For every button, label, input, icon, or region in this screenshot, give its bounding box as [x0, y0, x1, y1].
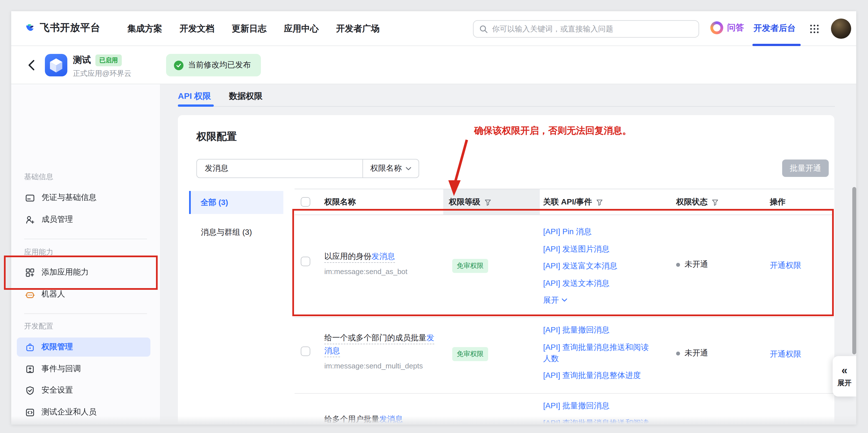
developer-console-link[interactable]: 开发者后台: [753, 23, 796, 34]
logo-text: 飞书开放平台: [40, 21, 100, 34]
nav-item-dev-plaza[interactable]: 开发者广场: [336, 23, 379, 34]
row-checkbox[interactable]: [301, 257, 310, 266]
open-permission-link[interactable]: 开通权限: [770, 349, 801, 359]
vertical-scrollbar-thumb[interactable]: [852, 187, 856, 354]
permission-search-input[interactable]: [197, 160, 363, 177]
filter-all[interactable]: 全部 (3): [189, 191, 283, 214]
open-permission-link[interactable]: 开通权限: [770, 261, 801, 271]
permission-name-link[interactable]: 给多个用户批量发消息: [324, 414, 403, 425]
row-divider: [294, 317, 834, 318]
tab-api-permissions[interactable]: API 权限: [178, 91, 211, 102]
col-header-action: 操作: [770, 197, 785, 207]
bulk-open-button[interactable]: 批量开通: [782, 160, 829, 177]
expand-api-list-link[interactable]: 展开: [543, 294, 655, 306]
api-link[interactable]: [API] 查询批量消息推送和阅读人数: [543, 417, 655, 425]
sidebar-item-add-ability[interactable]: 添加应用能力: [17, 263, 150, 282]
status-cell: 未开通: [676, 259, 708, 269]
sidebar-group-app-ability: 应用能力: [24, 247, 53, 257]
filter-funnel-icon[interactable]: [484, 199, 492, 206]
expand-panel-label: 展开: [837, 378, 851, 388]
screen: 飞书开放平台 集成方案 开发文档 更新日志 应用中心 开发者广场 问答 开发者: [0, 0, 868, 433]
sidebar-item-events[interactable]: 事件与回调: [17, 359, 150, 378]
nav-item-docs[interactable]: 开发文档: [180, 23, 214, 34]
sidebar-item-bot[interactable]: 机器人: [17, 285, 150, 304]
api-list: [API] 批量撤回消息 [API] 查询批量消息推送和阅读人数: [543, 400, 655, 425]
back-icon[interactable]: [27, 58, 37, 72]
api-link[interactable]: [API] 批量撤回消息: [543, 400, 655, 411]
expand-panel-button[interactable]: « 展开: [833, 356, 856, 397]
permission-code: im:message:send_multi_depts: [324, 362, 439, 370]
app-name: 测试: [73, 55, 91, 66]
row-checkbox[interactable]: [301, 347, 310, 356]
search-filter-dropdown[interactable]: 权限名称: [363, 160, 418, 177]
nav-item-solutions[interactable]: 集成方案: [127, 23, 162, 34]
user-avatar[interactable]: [831, 19, 851, 39]
enabled-badge: 已启用: [95, 55, 122, 66]
status-text: 未开通: [684, 259, 708, 269]
chevron-down-icon: [406, 167, 411, 170]
nav-item-app-center[interactable]: 应用中心: [284, 23, 319, 34]
level-badge: 免审权限: [452, 259, 488, 273]
feishu-logo-icon: [25, 23, 35, 32]
cube-icon: [45, 54, 67, 76]
app-icon: [45, 54, 67, 76]
sidebar-item-label: 测试企业和人员: [41, 407, 96, 417]
sidebar-item-security[interactable]: 安全设置: [17, 381, 150, 400]
browser-page: 飞书开放平台 集成方案 开发文档 更新日志 应用中心 开发者广场 问答 开发者: [11, 11, 856, 425]
permission-name-cell: 给多个用户批量发消息: [324, 413, 439, 425]
api-link[interactable]: [API] 批量撤回消息: [543, 324, 655, 335]
select-all-checkbox[interactable]: [301, 197, 310, 207]
event-callback-icon: [25, 364, 35, 374]
api-list: [API] 批量撤回消息 [API] 查询批量消息推送和阅读人数 [API] 查…: [543, 324, 655, 381]
app-header: 测试 已启用 正式应用@环界云 当前修改均已发布: [11, 46, 856, 84]
permission-config-card: 权限配置 权限名称 批量开通 全部 (3) 消息与群组 (3): [178, 115, 834, 425]
active-tab-indicator: [752, 44, 801, 46]
nav-item-changelog[interactable]: 更新日志: [232, 23, 267, 34]
publish-status-text: 当前修改均已发布: [188, 60, 251, 70]
app-subtitle: 正式应用@环界云: [73, 68, 131, 79]
search-input[interactable]: [492, 25, 693, 33]
app-ability-icon: [25, 268, 35, 277]
tab-bottom-border: [178, 106, 835, 107]
qa-link[interactable]: 问答: [710, 21, 744, 34]
sidebar: 基础信息 凭证与基础信息 成员管理 应用能力: [11, 84, 160, 425]
filter-message-group[interactable]: 消息与群组 (3): [189, 221, 283, 244]
sidebar-item-members[interactable]: 成员管理: [17, 210, 150, 229]
filter-funnel-icon[interactable]: [596, 199, 603, 206]
feishu-logo[interactable]: 飞书开放平台: [25, 21, 100, 34]
sidebar-item-test-enterprise[interactable]: 测试企业和人员: [17, 403, 150, 422]
tab-data-permissions[interactable]: 数据权限: [229, 91, 262, 102]
filter-funnel-icon[interactable]: [711, 199, 719, 206]
sidebar-item-credentials[interactable]: 凭证与基础信息: [17, 188, 150, 207]
api-link[interactable]: [API] 查询批量消息推送和阅读人数: [543, 341, 655, 364]
permission-code: im:message:send_as_bot: [324, 267, 438, 276]
api-link[interactable]: [API] 发送图片消息: [543, 243, 655, 254]
code-icon: [25, 407, 35, 417]
api-link[interactable]: [API] 发送富文本消息: [543, 260, 655, 271]
row-divider: [294, 393, 834, 394]
sidebar-item-permissions[interactable]: 权限管理: [17, 338, 150, 357]
col-header-api[interactable]: 关联 API/事件: [543, 197, 603, 207]
id-card-icon: [25, 193, 35, 202]
status-dot-icon: [676, 263, 680, 266]
card-title: 权限配置: [196, 130, 237, 143]
shield-check-icon: [25, 385, 35, 395]
status-text: 未开通: [684, 348, 708, 358]
apps-grid-icon[interactable]: [810, 25, 812, 27]
sidebar-item-label: 事件与回调: [41, 364, 81, 374]
permission-name-link[interactable]: 给一个或多个部门的成员批量发消息: [324, 333, 434, 357]
table-header-border: [294, 214, 834, 215]
api-link[interactable]: [API] 查询批量消息整体进度: [543, 370, 655, 381]
search-icon: [479, 24, 488, 33]
qa-gradient-icon: [710, 21, 723, 34]
api-list: [API] Pin 消息 [API] 发送图片消息 [API] 发送富文本消息 …: [543, 226, 655, 306]
api-link[interactable]: [API] Pin 消息: [543, 226, 655, 237]
sidebar-item-label: 成员管理: [41, 214, 73, 225]
permission-name-link[interactable]: 以应用的身份发消息: [324, 252, 395, 263]
col-header-status[interactable]: 权限状态: [676, 197, 719, 207]
qa-label: 问答: [727, 23, 744, 33]
api-link[interactable]: [API] 发送文本消息: [543, 277, 655, 288]
filter-label: 消息与群组 (3): [201, 227, 252, 237]
global-search[interactable]: [473, 20, 699, 38]
col-header-level[interactable]: 权限等级: [449, 197, 492, 207]
